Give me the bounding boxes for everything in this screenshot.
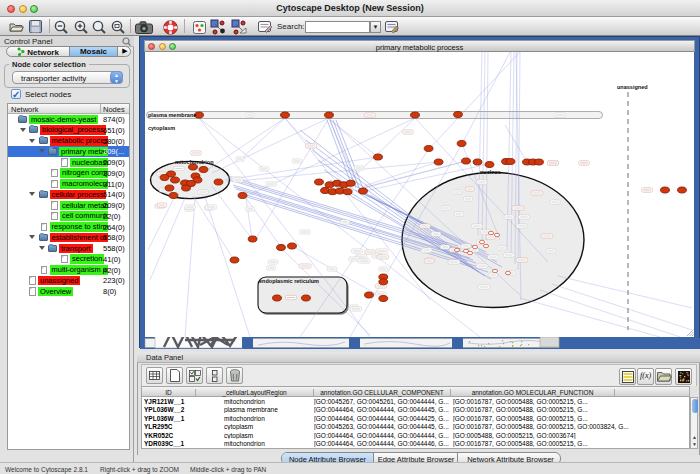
svg-text:mitochondrion: mitochondrion: [175, 159, 214, 165]
svg-text:plasma membrane: plasma membrane: [148, 112, 196, 118]
svg-text:endoplasmic reticulum: endoplasmic reticulum: [259, 278, 319, 284]
svg-text:nucleus: nucleus: [480, 169, 501, 175]
svg-text:unassigned: unassigned: [617, 84, 648, 90]
svg-text:cytoplasm: cytoplasm: [148, 125, 175, 131]
